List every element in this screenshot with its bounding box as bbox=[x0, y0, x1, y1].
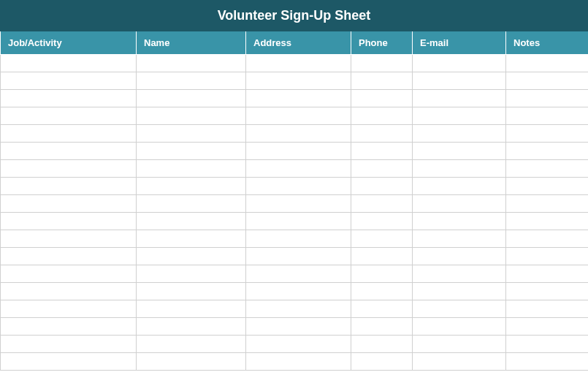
cell-address[interactable] bbox=[246, 55, 351, 72]
cell-notes[interactable] bbox=[506, 283, 589, 300]
cell-name[interactable] bbox=[137, 213, 246, 230]
cell-job[interactable] bbox=[1, 195, 137, 213]
cell-phone[interactable] bbox=[351, 265, 413, 283]
cell-address[interactable] bbox=[246, 125, 351, 143]
cell-job[interactable] bbox=[1, 300, 137, 318]
cell-address[interactable] bbox=[246, 265, 351, 283]
cell-email[interactable] bbox=[413, 248, 506, 265]
cell-name[interactable] bbox=[137, 107, 246, 125]
cell-phone[interactable] bbox=[351, 178, 413, 195]
cell-name[interactable] bbox=[137, 195, 246, 213]
cell-name[interactable] bbox=[137, 178, 246, 195]
cell-job[interactable] bbox=[1, 336, 137, 353]
cell-name[interactable] bbox=[137, 318, 246, 336]
cell-email[interactable] bbox=[413, 178, 506, 195]
cell-name[interactable] bbox=[137, 90, 246, 107]
cell-phone[interactable] bbox=[351, 353, 413, 371]
cell-name[interactable] bbox=[137, 265, 246, 283]
cell-job[interactable] bbox=[1, 72, 137, 90]
cell-email[interactable] bbox=[413, 353, 506, 371]
cell-notes[interactable] bbox=[506, 72, 589, 90]
cell-email[interactable] bbox=[413, 300, 506, 318]
cell-notes[interactable] bbox=[506, 107, 589, 125]
cell-name[interactable] bbox=[137, 72, 246, 90]
cell-email[interactable] bbox=[413, 72, 506, 90]
cell-job[interactable] bbox=[1, 318, 137, 336]
cell-notes[interactable] bbox=[506, 90, 589, 107]
cell-job[interactable] bbox=[1, 107, 137, 125]
cell-email[interactable] bbox=[413, 318, 506, 336]
cell-notes[interactable] bbox=[506, 143, 589, 160]
cell-notes[interactable] bbox=[506, 300, 589, 318]
cell-email[interactable] bbox=[413, 160, 506, 178]
cell-job[interactable] bbox=[1, 55, 137, 72]
cell-address[interactable] bbox=[246, 283, 351, 300]
cell-notes[interactable] bbox=[506, 265, 589, 283]
cell-notes[interactable] bbox=[506, 125, 589, 143]
cell-email[interactable] bbox=[413, 107, 506, 125]
cell-address[interactable] bbox=[246, 353, 351, 371]
cell-notes[interactable] bbox=[506, 178, 589, 195]
cell-name[interactable] bbox=[137, 336, 246, 353]
cell-address[interactable] bbox=[246, 178, 351, 195]
cell-address[interactable] bbox=[246, 336, 351, 353]
cell-job[interactable] bbox=[1, 353, 137, 371]
cell-name[interactable] bbox=[137, 353, 246, 371]
cell-email[interactable] bbox=[413, 55, 506, 72]
cell-job[interactable] bbox=[1, 265, 137, 283]
cell-address[interactable] bbox=[246, 72, 351, 90]
cell-email[interactable] bbox=[413, 195, 506, 213]
cell-address[interactable] bbox=[246, 300, 351, 318]
cell-notes[interactable] bbox=[506, 353, 589, 371]
cell-name[interactable] bbox=[137, 230, 246, 248]
cell-address[interactable] bbox=[246, 248, 351, 265]
cell-name[interactable] bbox=[137, 55, 246, 72]
cell-notes[interactable] bbox=[506, 318, 589, 336]
cell-email[interactable] bbox=[413, 143, 506, 160]
cell-notes[interactable] bbox=[506, 160, 589, 178]
cell-job[interactable] bbox=[1, 90, 137, 107]
cell-notes[interactable] bbox=[506, 195, 589, 213]
cell-phone[interactable] bbox=[351, 213, 413, 230]
cell-phone[interactable] bbox=[351, 230, 413, 248]
cell-notes[interactable] bbox=[506, 248, 589, 265]
cell-address[interactable] bbox=[246, 160, 351, 178]
cell-address[interactable] bbox=[246, 213, 351, 230]
cell-name[interactable] bbox=[137, 143, 246, 160]
cell-job[interactable] bbox=[1, 248, 137, 265]
cell-phone[interactable] bbox=[351, 195, 413, 213]
cell-address[interactable] bbox=[246, 107, 351, 125]
cell-name[interactable] bbox=[137, 160, 246, 178]
cell-phone[interactable] bbox=[351, 143, 413, 160]
cell-phone[interactable] bbox=[351, 72, 413, 90]
cell-phone[interactable] bbox=[351, 248, 413, 265]
cell-address[interactable] bbox=[246, 318, 351, 336]
cell-phone[interactable] bbox=[351, 318, 413, 336]
cell-notes[interactable] bbox=[506, 213, 589, 230]
cell-address[interactable] bbox=[246, 143, 351, 160]
cell-email[interactable] bbox=[413, 90, 506, 107]
cell-email[interactable] bbox=[413, 283, 506, 300]
cell-phone[interactable] bbox=[351, 283, 413, 300]
cell-address[interactable] bbox=[246, 90, 351, 107]
cell-name[interactable] bbox=[137, 283, 246, 300]
cell-notes[interactable] bbox=[506, 230, 589, 248]
cell-notes[interactable] bbox=[506, 336, 589, 353]
cell-address[interactable] bbox=[246, 195, 351, 213]
cell-email[interactable] bbox=[413, 336, 506, 353]
cell-name[interactable] bbox=[137, 300, 246, 318]
cell-address[interactable] bbox=[246, 230, 351, 248]
cell-phone[interactable] bbox=[351, 107, 413, 125]
cell-name[interactable] bbox=[137, 125, 246, 143]
cell-job[interactable] bbox=[1, 230, 137, 248]
cell-job[interactable] bbox=[1, 178, 137, 195]
cell-email[interactable] bbox=[413, 125, 506, 143]
cell-job[interactable] bbox=[1, 125, 137, 143]
cell-job[interactable] bbox=[1, 213, 137, 230]
cell-job[interactable] bbox=[1, 283, 137, 300]
cell-phone[interactable] bbox=[351, 300, 413, 318]
cell-phone[interactable] bbox=[351, 336, 413, 353]
cell-email[interactable] bbox=[413, 213, 506, 230]
cell-phone[interactable] bbox=[351, 160, 413, 178]
cell-notes[interactable] bbox=[506, 55, 589, 72]
